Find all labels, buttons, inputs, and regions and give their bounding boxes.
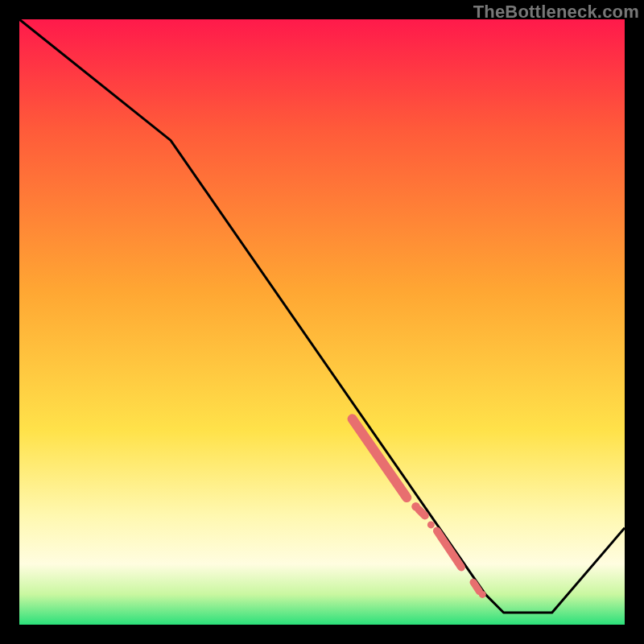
highlight-point — [479, 591, 486, 598]
heat-gradient-background — [19, 19, 625, 625]
watermark-label: TheBottleneck.com — [473, 2, 639, 23]
bottleneck-chart — [19, 19, 625, 625]
highlight-segment — [419, 510, 425, 516]
highlight-segment — [473, 582, 480, 591]
highlight-point — [411, 502, 420, 511]
chart-frame — [19, 19, 625, 625]
highlight-point — [427, 521, 435, 528]
